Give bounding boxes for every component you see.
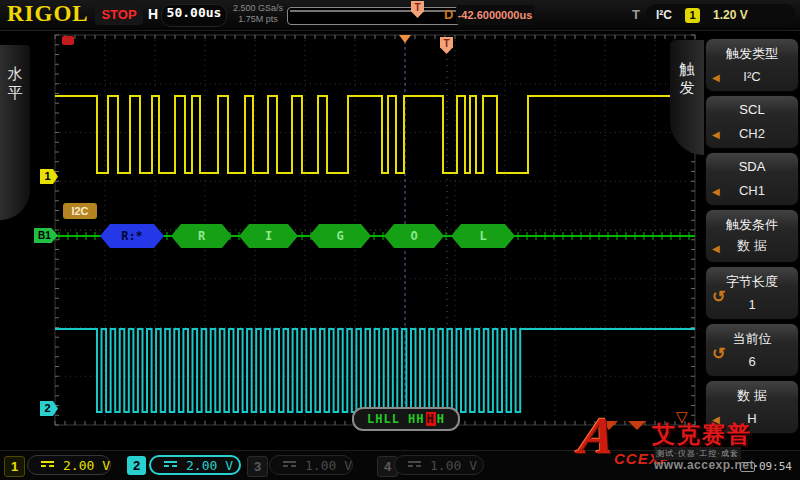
run-state-indicator: STOP [95,4,143,25]
tab-trigger-label: 触发 [679,40,695,98]
top-bar: RIGOL STOP H 50.00us 2.500 GSa/s 1.75M p… [0,0,800,31]
system-clock: 09:54 [740,460,792,473]
menu-item-label: SCL [706,96,798,117]
tab-horizontal-label: 水平 [7,45,23,103]
trigger-level-readout: 1.20 V [713,8,748,22]
trigger-label: T [632,7,640,22]
sample-rate: 2.500 GSa/s [228,3,288,14]
channel-3-badge[interactable]: 3 [247,456,268,477]
menu-item-value: I²C [706,69,798,84]
rigol-logo: RIGOL [7,1,89,27]
menu-item-label: 触发条件 [706,210,798,234]
menu-item-6[interactable]: 当前位↺6 [705,323,799,377]
tab-trigger[interactable]: 触发 [670,40,704,155]
trigger-delay-readout[interactable]: -42.6000000us [456,5,534,25]
dc-coupling-icon [408,461,421,469]
watermark-cn-text: 艾克赛普 [652,419,752,450]
trigger-menu: 触发类型◀I²CSCL◀CH2SDA◀CH1触发条件◀数 据字节长度↺1当前位↺… [703,38,800,437]
channel-3-scale[interactable]: 1.00 V [269,455,353,475]
menu-item-value: CH2 [706,126,798,141]
menu-item-4[interactable]: 触发条件◀数 据 [705,209,799,263]
trigger-status-box[interactable]: I²C 1 1.20 V [646,4,796,26]
usb-icon [740,462,755,472]
menu-item-value: 1 [706,297,798,312]
acquisition-info: 2.500 GSa/s 1.75M pts [228,3,288,25]
menu-item-label: SDA [706,153,798,174]
channel-1-scale[interactable]: 2.00 V [27,455,111,475]
trigger-type-readout: I²C [656,8,672,22]
tab-horizontal[interactable]: 水平 [0,45,30,220]
menu-item-value: 6 [706,354,798,369]
channel-scale-value: 2.00 V [63,458,110,473]
oscilloscope-screen: RIGOL STOP H 50.00us 2.500 GSa/s 1.75M p… [0,0,800,480]
menu-item-3[interactable]: SDA◀CH1 [705,152,799,206]
trigger-source-badge: 1 [685,8,700,23]
clock-value: 09:54 [759,460,792,473]
horizontal-label: H [148,6,158,22]
timebase-readout[interactable]: 50.00us [161,4,227,27]
menu-item-label: 数 据 [706,381,798,405]
dc-coupling-icon [283,461,296,469]
channel-4-scale[interactable]: 1.00 V [394,455,484,475]
channel-2-badge[interactable]: 2 [127,456,146,475]
channel-scale-value: 1.00 V [305,458,352,473]
channel-scale-value: 1.00 V [430,458,477,473]
menu-item-value: CH1 [706,183,798,198]
channel-1-badge[interactable]: 1 [4,456,25,477]
dc-coupling-icon [164,461,177,469]
menu-item-2[interactable]: SCL◀CH2 [705,95,799,149]
delay-label: D [444,7,453,22]
menu-item-value: 数 据 [706,237,798,255]
channel-2-scale[interactable]: 2.00 V [149,455,241,475]
watermark-logo-a: A [576,406,619,465]
dc-coupling-icon [41,461,54,469]
menu-item-label: 触发类型 [706,39,798,63]
channel-scale-value: 2.00 V [186,458,233,473]
menu-item-5[interactable]: 字节长度↺1 [705,266,799,320]
memory-depth: 1.75M pts [228,14,288,25]
menu-item-1[interactable]: 触发类型◀I²C [705,38,799,92]
